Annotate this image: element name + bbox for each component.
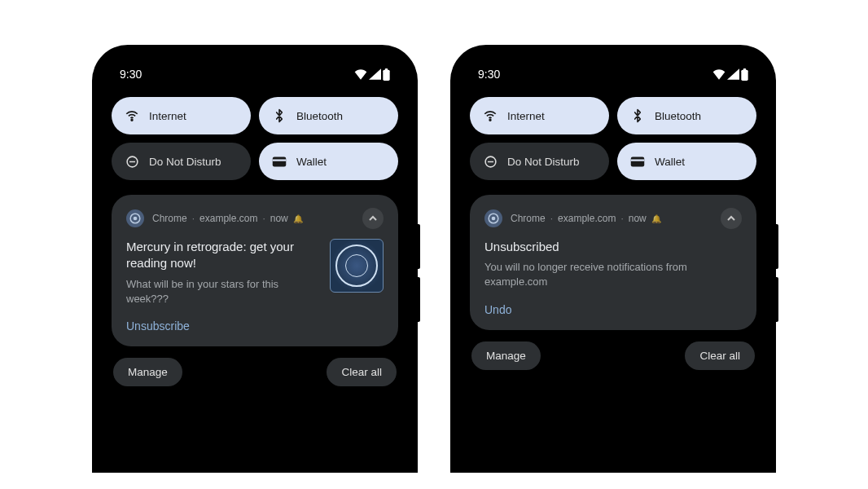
notification-subtitle: What will be in your stars for this week… [126, 277, 320, 306]
bell-icon: 🔔 [651, 214, 661, 223]
battery-icon [741, 68, 748, 81]
dnd-icon [483, 154, 498, 169]
qs-tile-wallet[interactable]: Wallet [617, 143, 756, 180]
clear-all-button[interactable]: Clear all [685, 341, 755, 370]
svg-rect-14 [631, 156, 645, 166]
svg-point-2 [131, 119, 133, 121]
notification-shade-footer: Manage Clear all [460, 330, 766, 370]
phone-mockup-left: 9:30 Internet Bluetooth Do Not Disturb [92, 45, 418, 473]
unsubscribe-button[interactable]: Unsubscribe [126, 319, 190, 333]
notification-thumbnail [330, 239, 384, 293]
qs-label: Bluetooth [655, 110, 701, 122]
status-time: 9:30 [120, 68, 142, 81]
svg-rect-9 [741, 69, 747, 80]
status-bar: 9:30 [102, 53, 408, 92]
status-icons [712, 68, 748, 81]
notification-source: Chrome · example.com · now 🔔 [152, 213, 354, 224]
notification-shade-footer: Manage Clear all [102, 346, 408, 386]
bluetooth-icon [272, 108, 287, 123]
notification-title: Unsubscribed [484, 239, 742, 255]
qs-tile-wallet[interactable]: Wallet [259, 143, 398, 180]
collapse-button[interactable] [721, 208, 742, 229]
bluetooth-icon [630, 108, 645, 123]
chevron-up-icon [726, 214, 736, 223]
notif-time: now [270, 213, 288, 224]
svg-point-11 [489, 119, 491, 121]
qs-tile-bluetooth[interactable]: Bluetooth [259, 97, 398, 134]
bell-icon: 🔔 [293, 214, 303, 223]
manage-button[interactable]: Manage [471, 341, 541, 370]
wifi-icon [125, 108, 139, 123]
chevron-up-icon [368, 214, 378, 223]
status-icons [354, 68, 390, 81]
notif-site: example.com [558, 213, 616, 224]
qs-label: Wallet [655, 156, 685, 168]
wifi-icon [712, 68, 726, 80]
signal-icon [727, 68, 739, 80]
svg-rect-1 [385, 68, 388, 71]
qs-tile-bluetooth[interactable]: Bluetooth [617, 97, 756, 134]
wifi-icon [483, 108, 498, 123]
svg-rect-10 [743, 68, 746, 71]
wifi-icon [354, 68, 367, 80]
battery-icon [383, 68, 390, 81]
notif-time: now [629, 213, 647, 224]
svg-rect-15 [631, 159, 645, 161]
notif-app-name: Chrome [511, 213, 546, 224]
wallet-icon [272, 154, 287, 169]
signal-icon [369, 68, 381, 80]
qs-label: Internet [507, 110, 545, 122]
clear-all-button[interactable]: Clear all [327, 358, 397, 386]
qs-label: Bluetooth [296, 110, 343, 122]
svg-rect-6 [273, 159, 287, 161]
svg-point-8 [134, 217, 138, 221]
status-bar: 9:30 [460, 53, 766, 92]
qs-tile-dnd[interactable]: Do Not Disturb [112, 143, 251, 180]
notification-source: Chrome · example.com · now 🔔 [511, 213, 712, 224]
svg-rect-0 [383, 69, 389, 80]
quick-settings: Internet Bluetooth Do Not Disturb Wallet [102, 92, 408, 192]
chrome-icon [484, 209, 502, 227]
notification-header: Chrome · example.com · now 🔔 [484, 208, 742, 229]
qs-tile-internet[interactable]: Internet [112, 97, 251, 134]
notification-header: Chrome · example.com · now 🔔 [126, 208, 384, 229]
dnd-icon [125, 154, 139, 169]
chrome-icon [126, 209, 144, 227]
notification-card[interactable]: Chrome · example.com · now 🔔 Unsubscribe… [470, 195, 756, 330]
qs-label: Do Not Disturb [149, 156, 221, 168]
quick-settings: Internet Bluetooth Do Not Disturb Wallet [460, 92, 766, 192]
wallet-icon [630, 154, 645, 169]
qs-label: Internet [149, 110, 186, 122]
notification-title: Mercury in retrograde: get your reading … [126, 239, 320, 272]
qs-tile-dnd[interactable]: Do Not Disturb [470, 143, 609, 180]
notif-site: example.com [199, 213, 257, 224]
svg-point-17 [492, 217, 496, 221]
phone-mockup-right: 9:30 Internet Bluetooth Do Not Disturb [450, 45, 776, 473]
collapse-button[interactable] [362, 208, 384, 229]
undo-button[interactable]: Undo [484, 303, 511, 316]
manage-button[interactable]: Manage [113, 358, 182, 386]
qs-tile-internet[interactable]: Internet [470, 97, 609, 134]
notif-app-name: Chrome [152, 213, 187, 224]
qs-label: Do Not Disturb [507, 156, 580, 168]
status-time: 9:30 [478, 68, 500, 81]
svg-rect-5 [273, 156, 287, 166]
qs-label: Wallet [296, 156, 327, 168]
notification-card[interactable]: Chrome · example.com · now 🔔 Mercury in … [112, 195, 398, 346]
notification-subtitle: You will no longer receive notifications… [484, 260, 742, 289]
